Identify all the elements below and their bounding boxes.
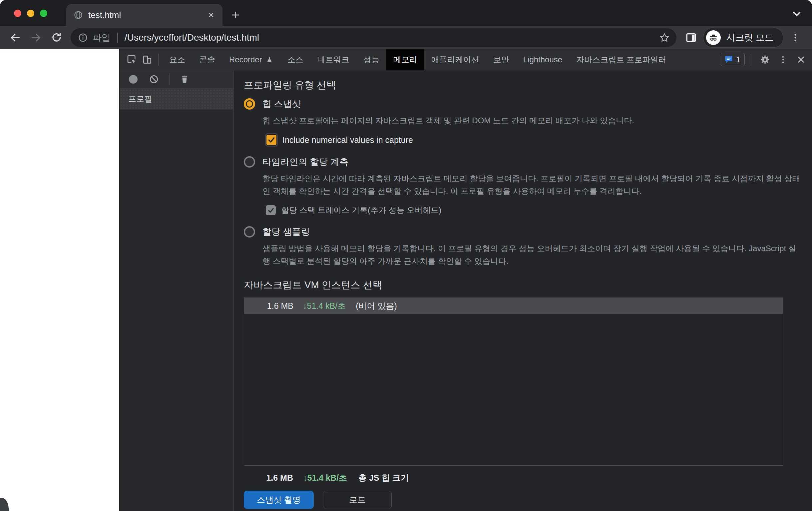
include-numerical-values-row[interactable]: Include numerical values in capture — [266, 134, 803, 146]
devtools-panel: 요소 콘솔 Recorder 소스 네트워크 성능 메모리 애플리케이션 보안 … — [119, 49, 812, 511]
new-tab-button[interactable] — [228, 7, 243, 23]
globe-favicon-icon — [74, 10, 83, 20]
vm-instance-note: (비어 있음) — [356, 301, 397, 311]
flask-icon — [265, 56, 273, 64]
action-buttons: 스냅샷 촬영 로드 — [244, 491, 803, 509]
option-heap-snapshot[interactable]: 힙 스냅샷 — [244, 97, 803, 110]
url-text[interactable]: /Users/yceffort/Desktop/test.html — [124, 32, 655, 43]
device-toolbar-icon[interactable] — [140, 52, 155, 67]
maximize-window-button[interactable] — [40, 10, 47, 17]
tab-performance[interactable]: 성능 — [356, 49, 386, 70]
file-scheme-label: 파일 — [93, 32, 111, 44]
tab-security[interactable]: 보안 — [486, 49, 516, 70]
vm-rate: ↓ 51.4 kB/초 — [303, 301, 346, 311]
option-label: 힙 스냅샷 — [262, 98, 301, 110]
tab-lighthouse[interactable]: Lighthouse — [516, 49, 569, 70]
close-window-button[interactable] — [14, 10, 21, 17]
side-panel-icon[interactable] — [683, 29, 700, 46]
minimize-window-button[interactable] — [27, 10, 34, 17]
radio-selected[interactable] — [244, 98, 255, 110]
tab-title: test.html — [88, 10, 202, 20]
inspect-element-icon[interactable] — [124, 52, 140, 67]
option-allocation-instrumentation[interactable]: 타임라인의 할당 계측 — [244, 155, 803, 168]
vm-heap-size: 1.6 MB — [263, 301, 293, 311]
option-description: 힙 스냅샷 프로필에는 페이지의 자바스크립트 객체 및 관련 DOM 노드 간… — [262, 114, 803, 127]
reload-icon[interactable] — [48, 29, 65, 46]
tab-sources[interactable]: 소스 — [281, 49, 311, 70]
total-heap-size: 1.6 MB — [262, 473, 293, 483]
profiles-section-header[interactable]: 프로필 — [120, 89, 233, 110]
radio-unselected[interactable] — [244, 156, 255, 168]
load-button[interactable]: 로드 — [323, 491, 392, 509]
issues-counter[interactable]: 1 — [721, 53, 745, 66]
tab-console[interactable]: 콘솔 — [192, 49, 222, 70]
browser-window: test.html 파일 /Users/yceffort/D — [0, 0, 812, 511]
option-description: 샘플링 방법을 사용해 메모리 할당을 기록합니다. 이 프로필 유형의 경우 … — [262, 242, 803, 267]
forward-icon[interactable] — [27, 29, 45, 46]
page-content — [0, 49, 119, 511]
profiles-toolbar — [120, 70, 233, 89]
vm-instance-list: 1.6 MB ↓ 51.4 kB/초 (비어 있음) — [244, 297, 783, 466]
record-profile-icon[interactable] — [127, 72, 142, 87]
settings-gear-icon[interactable] — [757, 52, 773, 67]
option-description: 할당 타임라인은 시간에 따라 계측된 자바스크립트 메모리 할당을 보여줍니다… — [262, 172, 803, 198]
total-heap-label: 총 JS 힙 크기 — [358, 472, 409, 483]
tab-recorder[interactable]: Recorder — [222, 49, 281, 70]
checkbox-label: 할당 스택 트레이스 기록(추가 성능 오버헤드) — [281, 205, 441, 216]
address-bar[interactable]: 파일 /Users/yceffort/Desktop/test.html — [70, 28, 676, 47]
tab-elements[interactable]: 요소 — [162, 49, 192, 70]
toolbar-divider — [158, 54, 159, 66]
radio-unselected[interactable] — [244, 226, 255, 237]
tab-close-icon[interactable] — [207, 11, 215, 19]
tab-search-chevron-icon[interactable] — [790, 8, 803, 19]
bookmark-star-icon[interactable] — [659, 32, 670, 43]
page-info-icon[interactable] — [78, 33, 88, 42]
devtools-menu-kebab-icon[interactable] — [775, 52, 791, 67]
vm-instance-row[interactable]: 1.6 MB ↓ 51.4 kB/초 (비어 있음) — [244, 298, 783, 314]
checkbox-checked[interactable] — [266, 134, 277, 146]
toolbar-divider — [751, 54, 751, 66]
trash-icon[interactable] — [177, 72, 192, 87]
profiling-type-heading: 프로파일링 유형 선택 — [244, 80, 803, 90]
toolbar-divider — [169, 73, 170, 85]
tab-application[interactable]: 애플리케이션 — [424, 49, 486, 70]
record-stack-traces-row[interactable]: 할당 스택 트레이스 기록(추가 성능 오버헤드) — [266, 205, 803, 216]
option-allocation-sampling[interactable]: 할당 샘플링 — [244, 226, 803, 238]
tab-network[interactable]: 네트워크 — [311, 49, 356, 70]
down-arrow-icon: ↓ — [303, 301, 307, 311]
browser-tab[interactable]: test.html — [66, 4, 223, 26]
incognito-icon — [706, 30, 721, 45]
checkbox-checked-disabled[interactable] — [266, 205, 276, 215]
window-controls — [14, 10, 47, 17]
browser-toolbar: 파일 /Users/yceffort/Desktop/test.html 시크릿… — [0, 26, 812, 49]
back-icon[interactable] — [7, 29, 24, 46]
down-arrow-icon: ↓ — [303, 473, 308, 483]
total-rate: ↓ 51.4 kB/초 — [303, 472, 347, 483]
issues-count: 1 — [736, 55, 741, 64]
memory-panel: 프로파일링 유형 선택 힙 스냅샷 힙 스냅샷 프로필에는 페이지의 자바스크립… — [234, 70, 812, 511]
checkbox-label: Include numerical values in capture — [283, 135, 413, 145]
tab-js-profiler[interactable]: 자바스크립트 프로파일러 — [569, 49, 673, 70]
take-snapshot-button[interactable]: 스냅샷 촬영 — [244, 491, 314, 509]
total-heap-summary: 1.6 MB ↓ 51.4 kB/초 총 JS 힙 크기 — [244, 472, 803, 483]
tab-strip: test.html — [0, 0, 812, 26]
devtools-tabbar: 요소 콘솔 Recorder 소스 네트워크 성능 메모리 애플리케이션 보안 … — [120, 49, 812, 70]
omnibox-divider — [117, 33, 118, 42]
tab-memory[interactable]: 메모리 — [386, 49, 424, 70]
clear-profiles-icon[interactable] — [146, 72, 162, 87]
vm-instance-heading: 자바스크립트 VM 인스턴스 선택 — [244, 280, 803, 290]
page-artifact — [0, 498, 9, 511]
issues-bubble-icon — [724, 55, 733, 64]
option-label: 타임라인의 할당 계측 — [262, 156, 348, 168]
devtools-close-icon[interactable] — [793, 52, 809, 67]
incognito-label: 시크릿 모드 — [726, 32, 774, 44]
browser-menu-kebab-icon[interactable] — [787, 29, 804, 46]
option-label: 할당 샘플링 — [262, 226, 310, 238]
incognito-badge: 시크릿 모드 — [703, 28, 783, 48]
profiles-sidebar: 프로필 — [120, 70, 234, 511]
